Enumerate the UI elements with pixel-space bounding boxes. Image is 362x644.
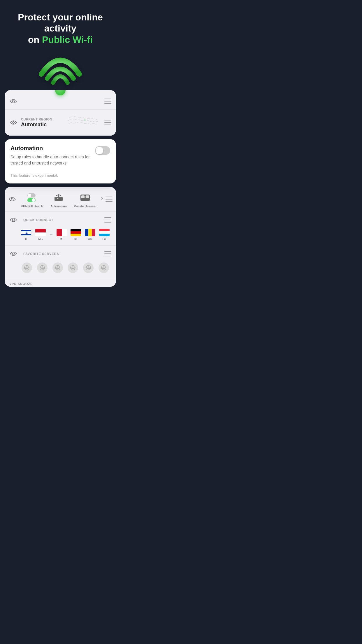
- automation-toggle-row: Automation Setup rules to handle auto-co…: [10, 145, 110, 170]
- svg-point-0: [13, 100, 15, 102]
- automation-title: Automation: [10, 145, 90, 152]
- automation-toggle[interactable]: [95, 146, 110, 155]
- flags-row: IL MC +: [5, 226, 116, 246]
- hero-title: Protect your online activity on Public W…: [7, 12, 114, 45]
- svg-rect-8: [55, 197, 63, 201]
- svg-point-5: [28, 194, 31, 197]
- svg-rect-21: [21, 230, 31, 231]
- region-row[interactable]: CURRENT REGION Automatic: [5, 110, 116, 136]
- svg-point-2: [84, 119, 86, 121]
- kill-switch-label: VPN Kill Switch: [21, 204, 43, 208]
- flag-label-il: IL: [25, 237, 27, 241]
- hamburger-icon-4[interactable]: [104, 217, 111, 223]
- flag-label-de: DE: [74, 237, 78, 241]
- fav-server-1[interactable]: [19, 262, 35, 273]
- hero-title-line2: on: [28, 34, 42, 45]
- flag-il[interactable]: IL: [19, 229, 34, 241]
- hero-title-highlight: Public Wi-fi: [42, 34, 93, 45]
- flag-ad[interactable]: AD: [83, 229, 97, 241]
- hamburger-icon-1[interactable]: [104, 99, 111, 104]
- svg-rect-11: [59, 198, 59, 199]
- svg-rect-22: [21, 234, 31, 235]
- kill-switch-icon: [26, 190, 38, 203]
- automation-icon: [52, 190, 65, 203]
- eye-icon-5[interactable]: [9, 251, 17, 257]
- flag-label-lu: LU: [102, 237, 106, 241]
- flag-badge-mc: [35, 229, 46, 236]
- svg-rect-33: [88, 229, 92, 236]
- fav-server-3[interactable]: [50, 262, 65, 273]
- feature-automation[interactable]: Automation: [45, 190, 72, 208]
- fav-server-6[interactable]: [96, 262, 111, 273]
- eye-icon-2[interactable]: [9, 120, 17, 125]
- eye-icon-4[interactable]: [9, 217, 17, 223]
- favorite-servers-header: FAVORITE SERVERS: [5, 246, 116, 260]
- svg-point-38: [13, 253, 15, 255]
- automation-popup: Automation Setup rules to handle auto-co…: [5, 139, 116, 183]
- fav-icon-6: [99, 262, 109, 273]
- experimental-text: This feature is experimental.: [10, 173, 110, 178]
- fav-icon-1: [22, 262, 32, 273]
- hamburger-icon-3[interactable]: [106, 197, 113, 202]
- svg-rect-25: [35, 229, 46, 232]
- world-map: [66, 114, 101, 131]
- private-browser-label: Private Browser: [74, 204, 97, 208]
- flag-mt[interactable]: MT: [55, 229, 69, 241]
- fav-server-4[interactable]: [65, 262, 81, 273]
- fav-icon-2: [37, 262, 48, 273]
- region-value: Automatic: [21, 122, 62, 128]
- flag-mc[interactable]: MC: [34, 229, 48, 241]
- fav-server-2[interactable]: [35, 262, 50, 273]
- features-row: VPN Kill Switch Automation: [5, 187, 116, 212]
- favorite-flags-row: [5, 260, 116, 278]
- svg-point-19: [13, 219, 15, 221]
- flag-de[interactable]: DE: [69, 229, 83, 241]
- eye-icon-1[interactable]: [9, 98, 17, 104]
- wifi-icon: [37, 52, 84, 93]
- vpn-snooze-title: VPN SNOOZE: [9, 282, 111, 286]
- svg-rect-32: [85, 229, 88, 236]
- svg-rect-10: [57, 198, 58, 199]
- svg-rect-16: [81, 195, 85, 198]
- plus-icon[interactable]: +: [48, 232, 55, 238]
- svg-rect-37: [99, 234, 110, 237]
- hero-section: Protect your online activity on Public W…: [0, 0, 121, 93]
- svg-rect-35: [99, 229, 110, 231]
- svg-line-14: [59, 195, 61, 196]
- eye-icon-3[interactable]: [8, 196, 16, 202]
- vpn-snooze-header: VPN SNOOZE: [5, 278, 116, 287]
- flag-label-mt: MT: [59, 237, 64, 241]
- svg-rect-17: [86, 195, 89, 198]
- svg-rect-9: [56, 198, 56, 199]
- feature-private-browser[interactable]: Private Browser: [72, 190, 99, 208]
- svg-rect-18: [85, 196, 86, 197]
- flag-label-ad: AD: [88, 237, 92, 241]
- flag-badge-ad: [85, 229, 95, 236]
- svg-rect-31: [71, 234, 81, 237]
- svg-rect-36: [99, 231, 110, 234]
- fav-icon-5: [83, 262, 94, 273]
- svg-rect-29: [71, 229, 81, 231]
- content-area: CURRENT REGION Automatic Aut: [0, 90, 121, 293]
- flag-badge-mt: [57, 229, 67, 236]
- features-card: VPN Kill Switch Automation: [5, 187, 116, 287]
- hamburger-icon-2[interactable]: [104, 120, 111, 125]
- hamburger-icon-5[interactable]: [104, 251, 111, 256]
- svg-rect-28: [62, 229, 67, 236]
- svg-rect-27: [57, 229, 62, 236]
- fav-icon-4: [68, 262, 78, 273]
- svg-rect-30: [71, 231, 81, 234]
- flag-lu[interactable]: LU: [97, 229, 111, 241]
- quick-connect-title: QUICK CONNECT: [23, 218, 104, 222]
- flag-badge-de: [71, 229, 81, 236]
- quick-connect-header: QUICK CONNECT: [5, 212, 116, 226]
- chevron-right-icon[interactable]: [99, 196, 106, 202]
- automation-description: Setup rules to handle auto-connect rules…: [10, 154, 90, 166]
- region-info: CURRENT REGION Automatic: [21, 118, 62, 128]
- fav-icon-3: [52, 262, 63, 273]
- svg-rect-26: [35, 232, 46, 236]
- fav-server-5[interactable]: [81, 262, 96, 273]
- feature-vpn-kill-switch[interactable]: VPN Kill Switch: [19, 190, 45, 208]
- svg-point-3: [11, 198, 13, 200]
- private-browser-icon: [79, 190, 92, 203]
